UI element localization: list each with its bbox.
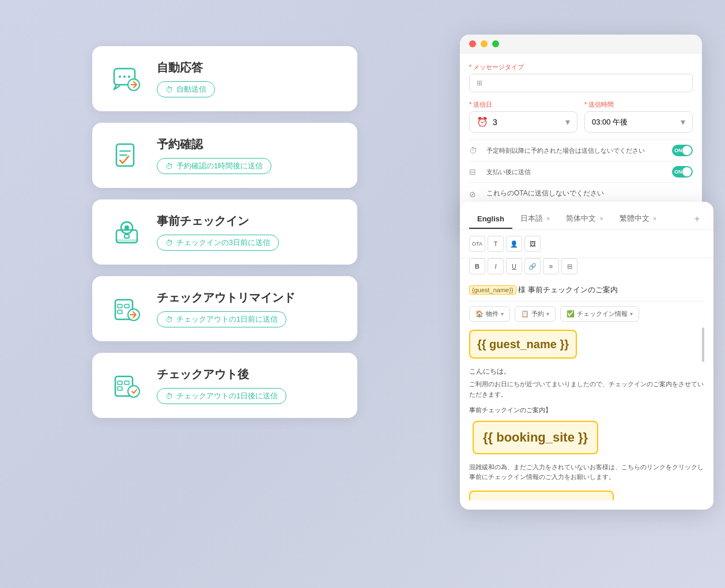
format-toolbar: B I U 🔗 ≡ ⊟ [469, 258, 704, 274]
booking-select[interactable]: 📋 予約 ▾ [515, 306, 556, 322]
format-align[interactable]: ⊟ [561, 258, 577, 274]
svg-point-8 [124, 225, 129, 230]
booking-site-variable: {{ booking_site }} [473, 421, 598, 454]
subject-line: {guest_name}} 様 事前チェックインのご案内 [469, 279, 704, 301]
card-icon-checkin [108, 214, 145, 251]
body-text-1: ご利用のお日にちが近づいてまいりましたので、チェックインのご案内をさせていただき… [469, 379, 704, 399]
tab-traditional-chinese[interactable]: 繁體中文 × [611, 209, 664, 229]
toggle-2[interactable]: ON [672, 166, 693, 178]
clock-icon-2: ⏱ [165, 162, 173, 171]
date-time-row: * 送信日 ⏰ 3 ▾ * 送信時間 03:00 午後 ▾ [469, 100, 693, 133]
tab-traditional-close[interactable]: × [653, 215, 656, 222]
checkin-guide-label: 事前チェックインのご案内】 [469, 405, 704, 416]
guest-name-subject-tag: {guest_name}} [469, 285, 516, 295]
card-auto-reply[interactable]: 自動応答 ⏱ 自動送信 [92, 46, 357, 111]
card-content-checkin: 事前チェックイン ⏱ チェックインの3日前に送信 [157, 213, 341, 251]
card-title-checkout-reminder: チェックアウトリマインド [157, 290, 341, 306]
property-arrow: ▾ [501, 311, 504, 317]
tab-japanese-close[interactable]: × [546, 215, 550, 222]
subject-text: 様 事前チェックインのご案内 [518, 285, 618, 294]
svg-rect-9 [124, 235, 129, 238]
svg-rect-18 [118, 387, 122, 390]
card-badge-auto-reply: ⏱ 自動送信 [157, 81, 215, 97]
card-content-auto-reply: 自動応答 ⏱ 自動送信 [157, 60, 341, 97]
card-badge-checkout-reminder: ⏱ チェックアウトの1日前に送信 [157, 311, 286, 327]
card-checkout-reminder[interactable]: チェックアウトリマインド ⏱ チェックアウトの1日前に送信 [92, 276, 357, 341]
tab-japanese[interactable]: 日本語 × [512, 209, 558, 229]
card-content-booking: 予約確認 ⏱ 予約確認の1時間後に送信 [157, 137, 341, 174]
toggle-label-2: 支払い後に送信 [486, 168, 531, 176]
tab-simplified-chinese-label: 简体中文 [566, 213, 596, 224]
grid-icon: ⊞ [477, 79, 482, 87]
clock-icon-5: ⏱ [165, 392, 173, 401]
toolbar-person-btn[interactable]: 👤 [506, 236, 522, 252]
format-italic[interactable]: I [488, 258, 504, 274]
settings-modal: * メッセージタイプ ⊞ * 送信日 ⏰ 3 ▾ * 送 [460, 35, 702, 228]
send-date-label: * 送信日 [469, 100, 577, 109]
format-list[interactable]: ≡ [543, 258, 559, 274]
checkin-icon: ✅ [567, 310, 575, 318]
format-link[interactable]: 🔗 [524, 258, 541, 274]
card-badge-post-checkout: ⏱ チェックアウトの1日後に送信 [157, 388, 286, 404]
booking-label: 予約 [531, 310, 544, 318]
send-time-field[interactable]: 03:00 午後 ▾ [584, 111, 693, 133]
scrollbar-thumb [702, 327, 704, 362]
toggle-label-1: 予定時刻以降に予約された場合は送信しないでください [486, 146, 645, 155]
card-title-booking: 予約確認 [157, 137, 341, 152]
toggle-row-2: ⊟ 支払い後に送信 ON [469, 161, 693, 182]
checkin-info-label: チェックイン情報 [577, 310, 628, 318]
editor-content[interactable]: {{ guest_name }} こんにちは。 ご利用のお日にちが近づいてまいり… [469, 327, 704, 500]
svg-point-4 [128, 76, 130, 78]
svg-point-20 [128, 386, 139, 397]
card-icon-checkout [108, 291, 145, 327]
maximize-dot[interactable] [492, 40, 499, 47]
send-time-label: * 送信時間 [584, 100, 693, 109]
card-icon-post-checkout [108, 367, 145, 404]
minimize-dot[interactable] [481, 40, 488, 47]
language-tabs: English 日本語 × 简体中文 × 繁體中文 × + [460, 202, 713, 230]
toggle-1[interactable]: ON [672, 145, 693, 156]
clock-icon-4: ⏱ [165, 315, 173, 324]
checkin-info-select[interactable]: ✅ チェックイン情報 ▾ [560, 306, 639, 322]
main-container: 自動応答 ⏱ 自動送信 予約確認 ⏱ 予約確認の1時間後に送 [0, 0, 725, 588]
tab-traditional-chinese-label: 繁體中文 [620, 213, 650, 224]
card-pre-checkin[interactable]: 事前チェックイン ⏱ チェックインの3日前に送信 [92, 199, 357, 265]
tab-simplified-close[interactable]: × [599, 215, 603, 222]
format-bold[interactable]: B [469, 258, 485, 274]
property-select[interactable]: 🏠 物件 ▾ [469, 306, 510, 322]
card-title-checkin: 事前チェックイン [157, 213, 341, 229]
card-post-checkout[interactable]: チェックアウト後 ⏱ チェックアウトの1日後に送信 [92, 353, 357, 418]
message-type-label: * メッセージタイプ [469, 63, 693, 71]
format-underline[interactable]: U [506, 258, 522, 274]
svg-point-3 [123, 76, 126, 78]
ota-label: これらのOTAに送信しないでください [486, 189, 604, 198]
message-type-input[interactable]: ⊞ [469, 74, 693, 92]
time-value: 03:00 午後 [592, 117, 628, 127]
property-label: 物件 [486, 310, 499, 318]
card-booking-confirm[interactable]: 予約確認 ⏱ 予約確認の1時間後に送信 [92, 123, 357, 188]
close-dot[interactable] [469, 40, 476, 47]
tab-english[interactable]: English [469, 210, 512, 229]
body-text-2: 混雑緩和の為、まだご入力をされていないお客様は、こちらのリンクをクリックし事前に… [469, 462, 704, 483]
card-icon-auto-reply [108, 61, 145, 97]
svg-rect-13 [118, 310, 122, 314]
send-date-group: * 送信日 ⏰ 3 ▾ [469, 100, 577, 133]
card-title-auto-reply: 自動応答 [157, 60, 341, 76]
card-title-post-checkout: チェックアウト後 [157, 367, 341, 382]
chevron-down-icon: ▾ [565, 116, 570, 127]
svg-rect-12 [118, 304, 122, 308]
toolbar-ota-btn[interactable]: OTA [469, 236, 485, 252]
tab-english-label: English [477, 214, 504, 223]
add-language-button[interactable]: + [690, 209, 704, 229]
send-date-field[interactable]: ⏰ 3 ▾ [469, 111, 577, 133]
card-badge-booking: ⏱ 予約確認の1時間後に送信 [157, 158, 271, 174]
field-selects: 🏠 物件 ▾ 📋 予約 ▾ ✅ チェックイン情報 ▾ [469, 306, 704, 322]
tab-japanese-label: 日本語 [520, 213, 543, 224]
tab-simplified-chinese[interactable]: 简体中文 × [558, 209, 611, 229]
pre-checkin-url-variable: {{ pre_checkin_url }} [469, 491, 614, 500]
toolbar-image-btn[interactable]: 🖼 [524, 236, 541, 252]
toolbar-text-btn[interactable]: T [488, 236, 504, 252]
svg-rect-14 [124, 304, 129, 308]
clock-small-icon: ⏱ [469, 146, 481, 155]
calendar-icon: ⏰ [477, 116, 488, 127]
